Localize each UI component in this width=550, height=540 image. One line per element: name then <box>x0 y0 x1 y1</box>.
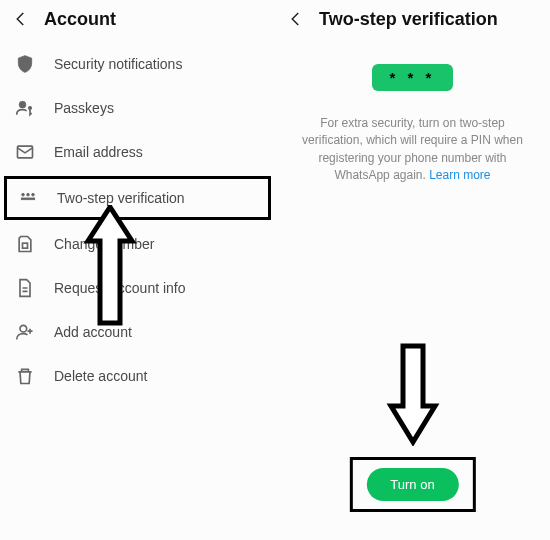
menu-email[interactable]: Email address <box>0 130 275 174</box>
sim-icon <box>14 233 36 255</box>
menu-passkeys[interactable]: Passkeys <box>0 86 275 130</box>
menu-label: Change number <box>54 236 154 252</box>
two-step-body: * * * For extra security, turn on two-st… <box>275 38 550 185</box>
two-step-title: Two-step verification <box>319 9 498 30</box>
email-icon <box>14 141 36 163</box>
menu-delete-account[interactable]: Delete account <box>0 354 275 398</box>
svg-point-3 <box>22 193 25 196</box>
turn-on-button[interactable]: Turn on <box>366 468 458 501</box>
pin-badge: * * * <box>372 64 454 91</box>
menu-label: Add account <box>54 324 132 340</box>
pin-icon <box>17 187 39 209</box>
two-step-description: For extra security, turn on two-step ver… <box>293 115 532 185</box>
svg-point-8 <box>20 325 27 332</box>
svg-point-1 <box>28 106 31 109</box>
menu-label: Two-step verification <box>57 190 185 206</box>
delete-icon <box>14 365 36 387</box>
add-user-icon <box>14 321 36 343</box>
menu-label: Email address <box>54 144 143 160</box>
menu-label: Delete account <box>54 368 147 384</box>
account-header: Account <box>0 0 275 38</box>
turn-on-highlight: Turn on <box>349 457 475 512</box>
annotation-arrow-down <box>385 342 441 446</box>
doc-icon <box>14 277 36 299</box>
menu-label: Request account info <box>54 280 186 296</box>
svg-point-0 <box>19 101 26 108</box>
back-icon[interactable] <box>285 8 307 30</box>
two-step-header: Two-step verification <box>275 0 550 38</box>
svg-point-5 <box>32 193 35 196</box>
menu-security-notifications[interactable]: Security notifications <box>0 42 275 86</box>
two-step-pane: Two-step verification * * * For extra se… <box>275 0 550 540</box>
menu-add-account[interactable]: Add account <box>0 310 275 354</box>
menu-label: Security notifications <box>54 56 182 72</box>
svg-point-4 <box>27 193 30 196</box>
menu-two-step[interactable]: Two-step verification <box>4 176 271 220</box>
shield-icon <box>14 53 36 75</box>
svg-rect-6 <box>21 198 34 200</box>
menu-change-number[interactable]: Change number <box>0 222 275 266</box>
passkey-icon <box>14 97 36 119</box>
back-icon[interactable] <box>10 8 32 30</box>
menu-label: Passkeys <box>54 100 114 116</box>
account-pane: Account Security notifications Passkeys … <box>0 0 275 540</box>
svg-rect-7 <box>23 243 28 248</box>
account-menu: Security notifications Passkeys Email ad… <box>0 38 275 398</box>
account-title: Account <box>44 9 116 30</box>
learn-more-link[interactable]: Learn more <box>429 168 490 182</box>
menu-request-info[interactable]: Request account info <box>0 266 275 310</box>
